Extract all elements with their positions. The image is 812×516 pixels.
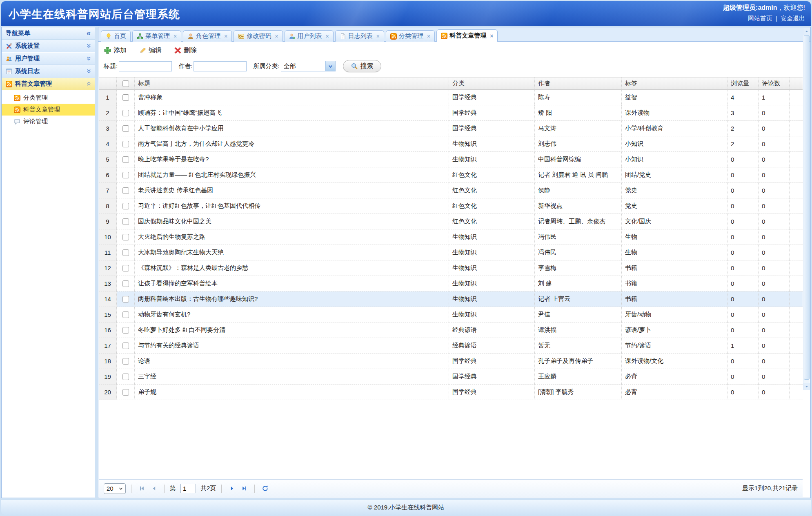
- table-row[interactable]: 8习近平：讲好红色故事，让红色基因代代相传红色文化新华视点党史00: [99, 198, 803, 214]
- table-row[interactable]: 4南方气温高于北方，为什么却让人感觉更冷生物知识刘志伟小知识20: [99, 136, 803, 152]
- close-tab-icon[interactable]: ×: [490, 33, 493, 39]
- tab[interactable]: 角色管理×: [183, 30, 232, 42]
- sidebar-subitem[interactable]: 评论管理: [2, 116, 95, 127]
- table-row[interactable]: 14两册科普绘本出版：古生物有哪些趣味知识?生物知识记者 上官云书籍00: [99, 291, 803, 307]
- tab-label: 科普文章管理: [449, 32, 486, 40]
- table-row[interactable]: 3人工智能科创教育在中小学应用国学经典马文涛小学/科创教育20: [99, 121, 803, 136]
- page-number-input[interactable]: [180, 484, 196, 493]
- next-page-button[interactable]: [227, 484, 237, 494]
- first-page-button[interactable]: [137, 484, 147, 494]
- row-checkbox[interactable]: [122, 234, 129, 240]
- cell-author: 刘 建: [535, 276, 622, 291]
- close-tab-icon[interactable]: ×: [427, 33, 430, 39]
- table-row[interactable]: 9国庆假期品味文化中国之美红色文化记者周玮、王鹏、余俊杰文化/国庆00: [99, 214, 803, 229]
- table-row[interactable]: 5晚上吃苹果等于是在吃毒?生物知识中国科普网综编小知识00: [99, 152, 803, 167]
- sidebar-item[interactable]: 用户管理: [2, 52, 95, 65]
- logout-link[interactable]: 安全退出: [781, 15, 805, 22]
- scroll-down-icon[interactable]: [803, 383, 810, 390]
- tab[interactable]: 用户列表×: [285, 30, 334, 42]
- tab[interactable]: 科普文章管理×: [436, 29, 498, 42]
- page-size-select[interactable]: 20: [104, 483, 126, 494]
- tab[interactable]: 首页: [101, 30, 131, 42]
- prev-page-button[interactable]: [149, 484, 159, 494]
- table-row[interactable]: 13让孩子看得懂的空军科普绘本生物知识刘 建书籍00: [99, 276, 803, 291]
- row-checkbox[interactable]: [122, 265, 129, 271]
- row-checkbox[interactable]: [122, 187, 129, 194]
- row-checkbox[interactable]: [122, 327, 129, 334]
- row-checkbox[interactable]: [122, 156, 129, 163]
- cell-author: [清朝] 李毓秀: [535, 385, 622, 400]
- tab[interactable]: 分类管理×: [386, 30, 435, 42]
- scrollbar-thumb[interactable]: [804, 35, 810, 380]
- sidebar-item-label: 系统设置: [15, 42, 40, 50]
- last-page-button[interactable]: [239, 484, 249, 494]
- row-checkbox[interactable]: [122, 172, 129, 178]
- row-checkbox[interactable]: [122, 374, 129, 380]
- cell-author: 谭洪福: [535, 322, 622, 338]
- vertical-scrollbar[interactable]: [803, 28, 810, 390]
- add-button[interactable]: 添加: [104, 46, 127, 55]
- row-checkbox[interactable]: [122, 110, 129, 116]
- close-tab-icon[interactable]: ×: [376, 33, 380, 39]
- row-checkbox-cell: [117, 322, 135, 338]
- row-checkbox[interactable]: [122, 389, 129, 396]
- refresh-button[interactable]: [260, 484, 270, 494]
- table-row[interactable]: 1曹冲称象国学经典陈寿益智41: [99, 90, 803, 105]
- cell-views: 0: [727, 385, 759, 400]
- table-row[interactable]: 10大灭绝后的生物复苏之路生物知识冯伟民生物00: [99, 229, 803, 245]
- row-checkbox[interactable]: [122, 311, 129, 318]
- close-tab-icon[interactable]: ×: [174, 33, 177, 39]
- title-filter-input[interactable]: [119, 61, 172, 71]
- total-pages-label: 共2页: [200, 485, 216, 492]
- row-number: 14: [99, 291, 117, 307]
- chevron-down-icon[interactable]: [325, 61, 335, 71]
- sidebar-subitem[interactable]: 科普文章管理: [2, 104, 95, 116]
- table-row[interactable]: 6团结就是力量—— 红色北庄村实现绿色振兴红色文化记者 刘廉君 通 讯 员 闫鹏…: [99, 167, 803, 183]
- cell-comments: 0: [759, 354, 790, 369]
- row-checkbox[interactable]: [122, 358, 129, 365]
- tab[interactable]: 日志列表×: [335, 30, 384, 42]
- tab[interactable]: 菜单管理×: [132, 30, 181, 42]
- sidebar-item[interactable]: 系统日志: [2, 65, 95, 78]
- close-tab-icon[interactable]: ×: [326, 33, 329, 39]
- sidebar-item[interactable]: 系统设置: [2, 40, 95, 52]
- table-header: 标题分类作者标签浏览量评论数: [99, 77, 803, 90]
- row-checkbox[interactable]: [122, 125, 129, 132]
- close-tab-icon[interactable]: ×: [224, 33, 227, 39]
- sidebar-item[interactable]: 科普文章管理: [2, 78, 95, 90]
- row-checkbox[interactable]: [122, 141, 129, 147]
- row-checkbox[interactable]: [122, 94, 129, 101]
- table-row[interactable]: 11大冰期导致奥陶纪末生物大灭绝生物知识冯伟民生物00: [99, 245, 803, 260]
- tab[interactable]: 修改密码×: [234, 30, 283, 42]
- table-row[interactable]: 19三字经国学经典王应麟必背00: [99, 369, 803, 385]
- table-row[interactable]: 20弟子规国学经典[清朝] 李毓秀必背00: [99, 385, 803, 400]
- author-filter-input[interactable]: [194, 61, 247, 71]
- row-checkbox[interactable]: [122, 218, 129, 225]
- row-checkbox[interactable]: [122, 203, 129, 209]
- site-home-link[interactable]: 网站首页: [748, 15, 772, 22]
- chevron-double-down-icon: [86, 43, 91, 49]
- row-number: 2: [99, 105, 117, 121]
- collapse-sidebar-icon[interactable]: «: [87, 29, 91, 38]
- row-checkbox[interactable]: [122, 296, 129, 302]
- table-row[interactable]: 18论语国学经典孔子弟子及再传弟子课外读物/文化00: [99, 354, 803, 369]
- scroll-up-icon[interactable]: [803, 28, 810, 35]
- search-button[interactable]: 搜索: [343, 60, 381, 72]
- table-row[interactable]: 12《森林沉默》：森林是人类最古老的乡愁生物知识李雪梅书籍00: [99, 260, 803, 276]
- row-checkbox[interactable]: [122, 249, 129, 256]
- table-row[interactable]: 16冬吃萝卜好处多 红白不同要分清经典谚语谭洪福谚语/萝卜00: [99, 322, 803, 338]
- table-row[interactable]: 7老兵讲述党史 传承红色基因红色文化侯静党史00: [99, 183, 803, 198]
- row-checkbox[interactable]: [122, 343, 129, 349]
- edit-button[interactable]: 编辑: [139, 46, 162, 55]
- table-row[interactable]: 17与节约有关的经典谚语经典谚语暂无节约/谚语10: [99, 338, 803, 354]
- delete-button[interactable]: 删除: [174, 46, 197, 55]
- table-row[interactable]: 15动物牙齿有何玄机?生物知识尹佳牙齿/动物00: [99, 307, 803, 322]
- row-checkbox[interactable]: [122, 280, 129, 287]
- category-select[interactable]: 全部: [281, 61, 336, 71]
- select-all-checkbox[interactable]: [122, 80, 129, 87]
- cell-filler: [790, 338, 803, 354]
- close-tab-icon[interactable]: ×: [275, 33, 278, 39]
- table-row[interactable]: 2顾诵芬：让中国“雄鹰”振翅高飞国学经典矫 阳课外读物30: [99, 105, 803, 121]
- sidebar-subitem[interactable]: 分类管理: [2, 92, 95, 104]
- row-number: 17: [99, 338, 117, 354]
